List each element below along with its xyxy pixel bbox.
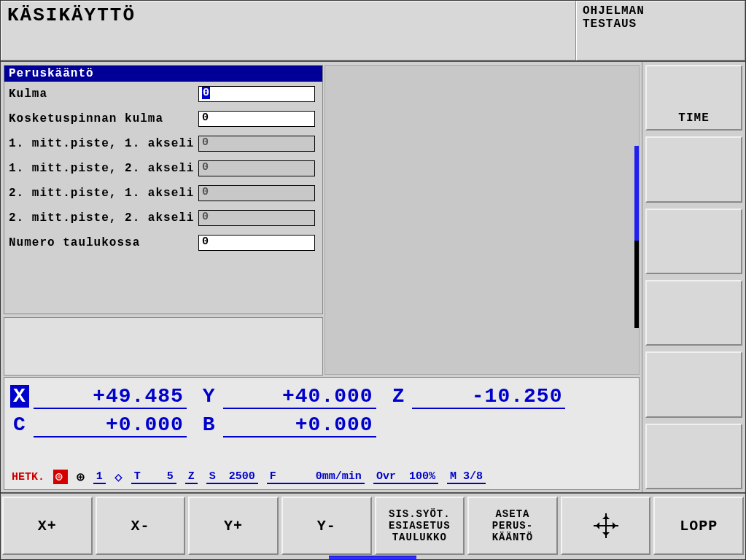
input-numero[interactable]: 0 — [198, 235, 315, 251]
dro-c: C +0.000 — [10, 413, 187, 438]
axis-label-c: C — [10, 413, 29, 436]
form-row-p1a2: 1. mitt.piste, 2. akseli 0 — [4, 156, 322, 181]
softkey-r6[interactable] — [645, 424, 742, 489]
axis-label-b: B — [200, 413, 219, 436]
axis-value-b: +0.000 — [223, 413, 376, 438]
status-hetk: HETK. — [12, 471, 44, 483]
target-icon: ⊕ — [77, 469, 85, 485]
dro-panel: X +49.485 Y +40.000 Z -10.250 C — [4, 377, 640, 490]
axis-value-x: +49.485 — [34, 385, 187, 409]
status-z: Z — [185, 470, 198, 484]
status-t: T 5 — [131, 470, 176, 484]
input-p2a1: 0 — [198, 185, 315, 201]
softkey-rot-l2: PERUS- — [492, 520, 533, 532]
softkey-r2[interactable] — [645, 136, 742, 202]
form-row-numero: Numero taulukossa 0 — [4, 230, 322, 255]
axis-value-z: -10.250 — [412, 385, 565, 409]
softkey-x-minus[interactable]: X- — [96, 497, 186, 555]
label-p1a2: 1. mitt.piste, 2. akseli — [9, 162, 198, 175]
input-kulma[interactable]: 0 — [198, 86, 315, 102]
label-kosketus: Kosketuspinnan kulma — [9, 112, 198, 125]
axis-value-y: +40.000 — [223, 385, 376, 409]
status-f: F 0mm/min — [267, 470, 365, 484]
scroll-indicator-black — [634, 241, 639, 328]
form-panel: Peruskääntö Kulma 0 Kosketuspinnan kulma… — [4, 65, 323, 314]
softkey-rot-l3: KÄÄNTÖ — [492, 532, 533, 543]
form-row-kosketus: Kosketuspinnan kulma 0 — [4, 106, 322, 131]
softkey-preset-table[interactable]: SIS.SYÖT. ESIASETUS TAULUKKO — [375, 497, 465, 555]
status-ovr: Ovr 100% — [373, 470, 438, 484]
status-row: HETK. ⊕ 1 ◇ T 5 Z S 2500 F 0mm/min Ovr 1… — [12, 469, 632, 485]
softkey-y-minus[interactable]: Y- — [281, 497, 372, 555]
softkey-rot-l1: ASETA — [492, 508, 533, 520]
input-p1a2: 0 — [198, 160, 315, 176]
body: Peruskääntö Kulma 0 Kosketuspinnan kulma… — [1, 62, 745, 492]
form-row-kulma: Kulma 0 — [4, 82, 322, 106]
dro-y: Y +40.000 — [200, 385, 376, 409]
softkey-r4[interactable] — [645, 280, 742, 346]
axis-value-c: +0.000 — [34, 413, 187, 438]
crosshair-icon — [594, 513, 618, 538]
secondary-mode: OHJELMAN TESTAUS — [576, 1, 745, 61]
softkey-r5[interactable] — [645, 351, 742, 417]
label-p2a2: 2. mitt.piste, 2. akseli — [9, 211, 198, 225]
datum-icon — [53, 470, 68, 484]
form-row-p2a1: 2. mitt.piste, 1. akseli 0 — [4, 181, 322, 206]
graphic-area — [325, 65, 640, 375]
label-p1a1: 1. mitt.piste, 1. akseli — [9, 137, 198, 150]
form-row-p1a1: 1. mitt.piste, 1. akseli 0 — [4, 131, 322, 156]
left-column: Peruskääntö Kulma 0 Kosketuspinnan kulma… — [1, 62, 642, 492]
softkey-set-rotation[interactable]: ASETA PERUS- KÄÄNTÖ — [467, 497, 558, 555]
status-m: M 3/8 — [447, 470, 486, 484]
softkey-preset-l3: TAULUKKO — [389, 532, 451, 543]
softkey-preset-l1: SIS.SYÖT. — [389, 508, 451, 520]
label-numero: Numero taulukossa — [9, 236, 198, 249]
softkey-page-indicator — [329, 556, 416, 559]
status-datum-no: 1 — [93, 470, 106, 484]
form-title: Peruskääntö — [4, 66, 322, 82]
label-kulma: Kulma — [9, 88, 198, 101]
dro-row-1: X +49.485 Y +40.000 Z -10.250 — [10, 385, 633, 409]
input-p2a2: 0 — [198, 210, 315, 226]
cnc-screen: KÄSIKÄYTTÖ OHJELMAN TESTAUS Peruskääntö … — [0, 0, 746, 560]
dro-b: B +0.000 — [200, 413, 376, 438]
bottom-softkey-row: X+ X- Y+ Y- SIS.SYÖT. ESIASETUS TAULUKKO… — [1, 492, 745, 558]
dro-x: X +49.485 — [10, 385, 187, 409]
softkey-r3[interactable] — [645, 209, 742, 274]
softkey-y-plus[interactable]: Y+ — [188, 497, 279, 555]
axis-label-x: X — [10, 385, 29, 408]
right-softkey-column: TIME — [642, 62, 745, 492]
header-bar: KÄSIKÄYTTÖ OHJELMAN TESTAUS — [1, 1, 745, 62]
label-p2a1: 2. mitt.piste, 1. akseli — [9, 187, 198, 200]
secondary-mode-line1: OHJELMAN — [583, 4, 739, 18]
status-s: S 2500 — [206, 470, 258, 484]
axis-label-z: Z — [389, 385, 408, 408]
softkey-time[interactable]: TIME — [645, 65, 742, 131]
scroll-indicator-blue — [634, 146, 639, 241]
probe-icon: ◇ — [114, 469, 123, 485]
axis-label-y: Y — [200, 385, 219, 408]
softkey-crosshair[interactable] — [561, 497, 651, 555]
softkey-end[interactable]: LOPP — [653, 497, 744, 555]
dro-row-2: C +0.000 B +0.000 — [10, 413, 633, 438]
softkey-preset-l2: ESIASETUS — [389, 520, 451, 532]
dro-z: Z -10.250 — [389, 385, 566, 409]
mode-title: KÄSIKÄYTTÖ — [1, 1, 576, 61]
input-kosketus[interactable]: 0 — [198, 111, 315, 127]
softkey-x-plus[interactable]: X+ — [2, 497, 93, 555]
message-panel — [4, 317, 323, 376]
secondary-mode-line2: TESTAUS — [583, 18, 739, 31]
form-row-p2a2: 2. mitt.piste, 2. akseli 0 — [4, 206, 322, 230]
input-p1a1: 0 — [198, 136, 315, 152]
